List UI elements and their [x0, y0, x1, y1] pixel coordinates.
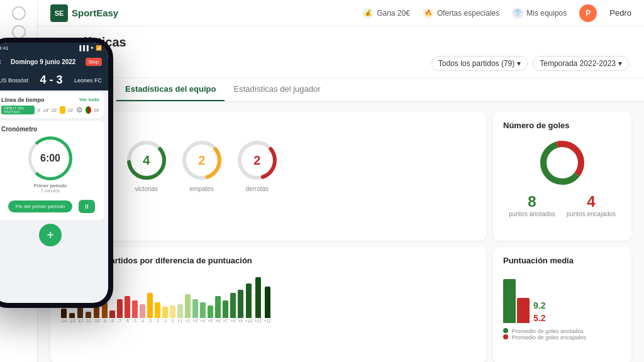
- phone-end-period-btn[interactable]: Fin del primer período: [8, 200, 72, 212]
- goals-conceded: 4 puntos encajados: [567, 193, 616, 217]
- sidebar-circle-2[interactable]: [12, 25, 26, 39]
- bar-label: -4: [140, 319, 144, 323]
- phone-stop-btn[interactable]: Stop: [86, 58, 102, 66]
- victories-label: victorias: [135, 185, 158, 192]
- legend-conceded-text: Promedio de goles encajados: [512, 334, 587, 341]
- bar-group: -11: [85, 312, 91, 323]
- timer-period: Primer periodo: [1, 183, 99, 189]
- draws-stat: 2 empates: [179, 138, 225, 192]
- timeline-t3: 20': [52, 108, 57, 112]
- bar-chart-title: Número de partidos por diferencia de pun…: [60, 256, 477, 265]
- bar-chart-card: Número de partidos por diferencia de pun…: [50, 247, 487, 363]
- sidebar-circle-1[interactable]: [12, 6, 26, 20]
- losses-stat: 2 derrotas: [235, 138, 280, 192]
- bar-item: [200, 302, 206, 318]
- earn-nav-item[interactable]: 💰 Gana 20€: [362, 8, 410, 19]
- timeline-card-yellow: [60, 106, 65, 114]
- bar-item: [94, 307, 99, 318]
- bar-group: -13: [69, 313, 75, 323]
- offers-nav-item[interactable]: 🔥 Ofertas especiales: [423, 8, 499, 19]
- draws-label: empates: [190, 185, 214, 192]
- phone-screen: 9:41 ▐▐▐ ✦ 📶 ‹ Domingo 9 junio 2022 Stop…: [0, 43, 108, 303]
- bar-group: +8: [230, 293, 236, 323]
- top-nav: SE SportEasy 💰 Gana 20€ 🔥 Ofertas especi…: [38, 0, 644, 26]
- filter-buttons: Todos los partidos (79) ▾ Temporada 2022…: [431, 56, 629, 71]
- phone-mockup: 9:41 ▐▐▐ ✦ 📶 ‹ Domingo 9 junio 2022 Stop…: [0, 38, 113, 308]
- bar-item: [69, 313, 75, 318]
- phone-pause-btn[interactable]: ⏸: [79, 200, 95, 213]
- filter-matches[interactable]: Todos los partidos (79) ▾: [431, 56, 528, 71]
- bar-label: +4: [200, 319, 205, 323]
- bar-group: +6: [215, 296, 221, 323]
- timer-minutes: 7 minutos: [1, 189, 99, 193]
- goals-donut: [503, 138, 621, 188]
- goals-title: Número de goles: [503, 121, 621, 130]
- legend-dot-conceded: [503, 334, 508, 339]
- bar-group: +11: [255, 277, 262, 323]
- tab-equipo[interactable]: Estadísticas del equipo: [116, 78, 225, 101]
- avg-legend: Promedio de goles anotados Promedio de g…: [503, 328, 621, 341]
- phone-controls: Fin del primer período ⏸: [1, 198, 99, 215]
- avg-title: Puntuación media: [503, 256, 621, 265]
- bar-item: [255, 277, 261, 318]
- goals-card: Número de goles 8 puntos anotados 4 punt…: [493, 112, 631, 241]
- bar-item: [155, 302, 160, 318]
- bar-label: +8: [230, 319, 235, 323]
- bar-group: +9: [238, 290, 243, 323]
- dashboard: Resultados 8 partidos jugados: [38, 102, 644, 362]
- bar-group: -6: [125, 296, 130, 323]
- victories-text: 4: [143, 153, 150, 168]
- avg-card: Puntuación media 9.2 5.2 Promedio de gol…: [493, 247, 631, 363]
- circle-stats: 4 victorias 2: [124, 138, 280, 192]
- bar-group: +3: [192, 299, 198, 323]
- user-avatar[interactable]: P: [579, 4, 597, 22]
- phone-timer-label: Cronómetro: [1, 126, 99, 133]
- bar-item: [238, 290, 243, 318]
- bar-label: 0: [171, 319, 174, 323]
- goals-scored-label: puntos anotados: [509, 211, 555, 217]
- phone-fab[interactable]: +: [39, 224, 62, 246]
- phone-team-away: Leones FC: [74, 77, 102, 84]
- timeline-t5: 34': [94, 108, 99, 112]
- page-actions: 🖨 ↗ Todos los partidos (79) ▾ Temporada …: [53, 55, 629, 72]
- filter-season[interactable]: Temporada 2022-2023 ▾: [533, 56, 629, 71]
- page-header: Estadísticas 🖨 ↗ Todos los partidos (79)…: [38, 26, 644, 78]
- phone-score-dash: -: [50, 74, 57, 86]
- filter-season-chevron: ▾: [618, 59, 622, 68]
- goals-scored: 8 puntos anotados: [509, 193, 555, 217]
- tab-jugador[interactable]: Estadísticas del jugador: [225, 78, 329, 101]
- timeline-icon-ball: ⚙: [76, 106, 83, 114]
- bar-label: +2: [185, 319, 190, 323]
- debut-badge: DÉBUT DEL PARTIDO: [1, 106, 35, 114]
- bar-item: [125, 296, 130, 318]
- phone-score-away: 3: [57, 74, 63, 86]
- bar-label: +7: [223, 319, 228, 323]
- phone-timeline-link[interactable]: Ver todo: [79, 97, 99, 103]
- phone-signal: ▐▐▐ ✦ 📶: [78, 45, 102, 51]
- phone-timeline-section: Línea de tiempo Ver todo DÉBUT DEL PARTI…: [0, 93, 104, 118]
- timeline-t4: 32': [68, 108, 74, 112]
- losses-num: 2: [253, 153, 260, 168]
- filter-chevron: ▾: [517, 59, 521, 68]
- bar-label: -7: [118, 319, 121, 323]
- bar-label: -13: [69, 319, 75, 323]
- bar-group: +5: [208, 305, 213, 323]
- bar-item: [192, 299, 198, 318]
- page-title: Estadísticas: [53, 35, 629, 50]
- logo[interactable]: SE SportEasy: [50, 4, 118, 22]
- bar-label: +9: [238, 319, 243, 323]
- bar-label: -11: [85, 319, 91, 323]
- bar-label: +5: [208, 319, 213, 323]
- draws-text: 2: [198, 153, 205, 168]
- bar-item: [185, 294, 191, 318]
- teams-nav-item[interactable]: 👕 Mis equipos: [512, 8, 567, 19]
- legend-scored-text: Promedio de goles anotados: [512, 328, 584, 334]
- phone-time: 9:41: [0, 45, 9, 51]
- avg-scored-val: 9.2: [533, 300, 545, 310]
- bar-label: +12: [264, 319, 271, 323]
- bar-label: +11: [255, 319, 262, 323]
- legend-conceded: Promedio de goles encajados: [503, 334, 621, 341]
- losses-label: derrotas: [245, 185, 269, 192]
- bar-label: -8: [110, 319, 114, 323]
- tabs: Clasificación Estadísticas del equipo Es…: [38, 78, 644, 102]
